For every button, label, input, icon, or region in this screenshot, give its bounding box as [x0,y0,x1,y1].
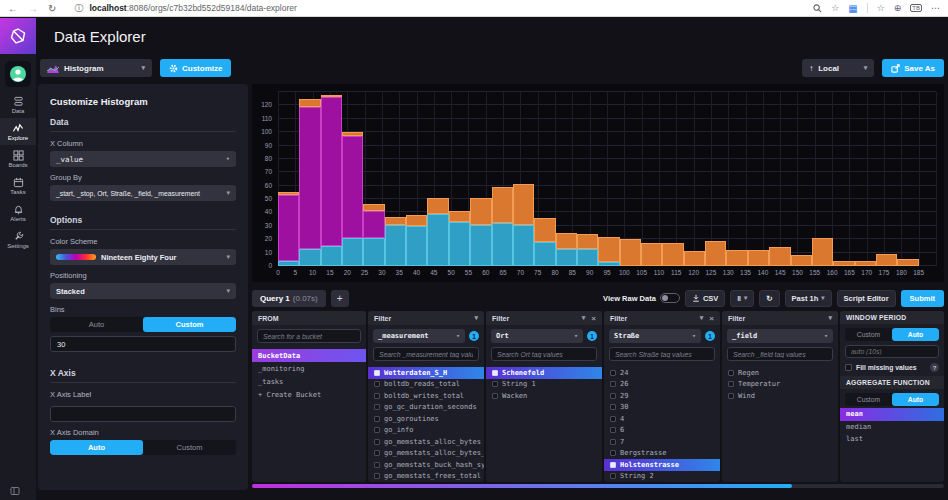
address-bar[interactable]: ⓘ localhost:8086/orgs/c7b32bd552d59184/d… [74,2,813,15]
checkbox[interactable] [610,393,616,399]
checkbox[interactable] [374,416,380,422]
histogram-bar-segment[interactable] [406,226,427,266]
checkbox[interactable] [492,393,498,399]
histogram-bar-segment[interactable] [278,195,299,261]
avatar[interactable] [5,61,31,87]
globe-icon[interactable]: ⊕ [894,3,902,13]
sidebar-item-data[interactable]: Data [0,91,36,118]
view-raw-data-toggle[interactable] [660,293,680,303]
tag-value-item[interactable]: String 1 [486,379,602,391]
tag-value-item[interactable]: Schenefeld [486,367,602,379]
influxdb-logo[interactable] [0,18,36,54]
histogram-bar-segment[interactable] [492,187,513,223]
tag-value-item[interactable]: Regen [722,367,838,379]
tag-value-item[interactable]: go_memstats_buck_hash_sys… [368,459,484,471]
checkbox[interactable] [374,370,380,376]
histogram-bar-segment[interactable] [534,218,555,242]
checkbox[interactable] [492,370,498,376]
aggregate-function-item[interactable]: mean [840,408,944,421]
histogram-bar-segment[interactable] [556,233,577,249]
histogram-bar-segment[interactable] [598,262,619,266]
tag-value-item[interactable]: boltdb_reads_total [368,379,484,391]
checkbox[interactable] [374,462,380,468]
tag-value-item[interactable]: Bergstrasse [604,448,720,460]
plot-area[interactable] [278,92,936,266]
checkbox[interactable] [610,450,616,456]
domain-auto-option[interactable]: Auto [50,440,143,455]
histogram-bar-segment[interactable] [662,243,683,266]
histogram-bar-segment[interactable] [299,249,320,266]
histogram-bar-segment[interactable] [449,222,470,266]
histogram-bar-segment[interactable] [427,198,448,214]
checkbox[interactable] [374,439,380,445]
histogram-bar-segment[interactable] [620,239,641,266]
histogram-bar-segment[interactable] [812,238,833,266]
tag-value-item[interactable]: boltdb_writes_total [368,390,484,402]
histogram-bar-segment[interactable] [513,184,534,224]
tag-value-item[interactable]: Holstenstrasse [604,459,720,471]
histogram-bar-segment[interactable] [363,211,384,238]
pause-button[interactable]: ‖ ▾ [730,290,754,307]
tag-value-item[interactable]: go_gc_duration_seconds [368,402,484,414]
checkbox[interactable] [610,427,616,433]
customize-button[interactable]: Customize [160,59,231,77]
checkbox[interactable] [728,393,734,399]
histogram-bar-segment[interactable] [855,261,876,266]
histogram-bar-segment[interactable] [406,215,427,226]
tag-value-item[interactable]: Temperatur [722,379,838,391]
x-axis-label-input[interactable] [50,406,236,422]
checkbox[interactable] [374,404,380,410]
csv-download-button[interactable]: CSV [685,290,725,307]
checkbox[interactable] [610,370,616,376]
checkbox[interactable] [610,473,616,479]
checkbox[interactable] [610,439,616,445]
sidebar-item-boards[interactable]: Boards [0,145,36,172]
histogram-bar-segment[interactable] [534,242,555,266]
fill-missing-checkbox[interactable] [845,364,852,371]
sidebar-item-explore[interactable]: Explore [0,118,36,145]
bucket-item[interactable]: _tasks [252,375,366,388]
histogram-bar-segment[interactable] [556,249,577,266]
checkbox[interactable] [728,381,734,387]
bucket-item[interactable]: _monitoring [252,362,366,375]
tag-value-search-input[interactable] [609,347,715,361]
checkbox[interactable] [374,381,380,387]
bucket-item[interactable]: BucketData [252,349,366,362]
local-dropdown[interactable]: ↑ Local ▾ [802,59,874,77]
tag-value-item[interactable]: Wind [722,390,838,402]
histogram-bar-segment[interactable] [833,261,854,266]
aggregate-function-item[interactable]: median [840,421,944,434]
tag-value-item[interactable]: String 2 [604,471,720,483]
query-tab[interactable]: Query 1 (0.07s) [252,290,326,307]
tag-value-item[interactable]: 30 [604,402,720,414]
histogram-bar-segment[interactable] [299,99,320,107]
checkbox[interactable] [374,450,380,456]
search-icon[interactable] [813,4,822,13]
histogram-bar-segment[interactable] [876,254,897,266]
checkbox[interactable] [374,427,380,433]
submit-button[interactable]: Submit [901,290,944,307]
bins-input[interactable] [50,336,236,352]
tag-value-item[interactable]: 4 [604,413,720,425]
sidebar-item-settings[interactable]: Settings [0,226,36,253]
refresh-button[interactable]: ↻ [759,290,779,307]
bucket-search-input[interactable] [257,329,361,343]
checkbox[interactable] [610,381,616,387]
histogram-bar-segment[interactable] [769,247,790,266]
histogram-bar-segment[interactable] [492,223,513,266]
add-query-button[interactable]: + [331,290,349,307]
filter-key-dropdown[interactable]: _field▾ [727,329,833,343]
bins-custom-option[interactable]: Custom [143,317,236,332]
histogram-bar-segment[interactable] [897,259,918,266]
tag-value-item[interactable]: Wacken [486,390,602,402]
checkbox[interactable] [374,393,380,399]
window-custom-option[interactable]: Custom [845,328,892,341]
x-column-dropdown[interactable]: _value ▾ [50,151,236,167]
histogram-bar-segment[interactable] [342,132,363,136]
reload-icon[interactable]: ↻ [48,3,56,14]
browser-menu-icon[interactable]: ⋯ [931,3,940,13]
visualization-type-dropdown[interactable]: Histogram ▾ [40,59,152,77]
tag-value-item[interactable]: 6 [604,425,720,437]
histogram-bar-segment[interactable] [321,246,342,266]
tag-value-item[interactable]: 29 [604,390,720,402]
